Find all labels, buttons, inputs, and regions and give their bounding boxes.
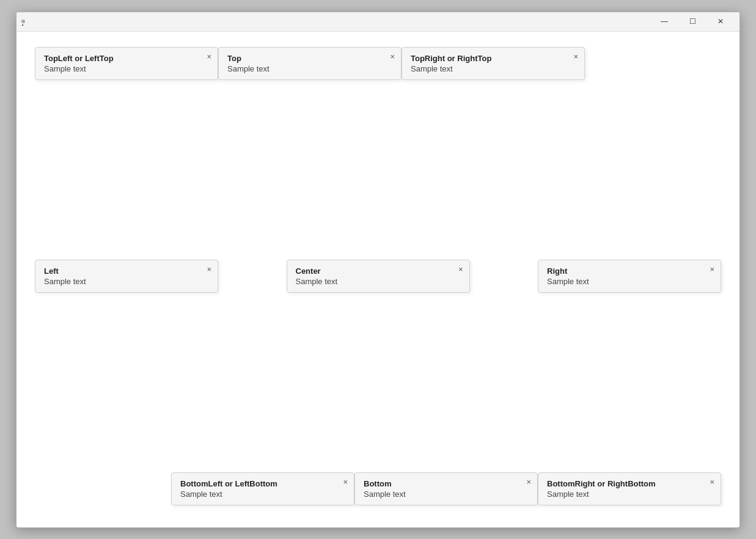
card-bottom-close[interactable]: ×	[526, 478, 531, 486]
card-center-close[interactable]: ×	[458, 265, 463, 273]
card-topleft: TopLeft or LeftTop Sample text ×	[35, 47, 218, 80]
card-bottomleft-close[interactable]: ×	[343, 478, 348, 486]
card-bottomright: BottomRight or RightBottom Sample text ×	[538, 472, 721, 505]
middle-row: Left Sample text × Center Sample text × …	[35, 211, 721, 342]
card-bottom-title: Bottom	[364, 479, 529, 488]
card-bottom-text: Sample text	[364, 490, 529, 499]
maximize-button[interactable]: ☐	[678, 12, 706, 31]
card-topleft-close[interactable]: ×	[207, 53, 211, 61]
card-top: Top Sample text ×	[218, 47, 402, 80]
card-topleft-title: TopLeft or LeftTop	[44, 54, 209, 63]
card-right-close[interactable]: ×	[710, 265, 714, 273]
card-topleft-text: Sample text	[44, 64, 209, 73]
card-top-text: Sample text	[227, 64, 392, 73]
card-center: Center Sample text ×	[287, 260, 470, 293]
card-right-text: Sample text	[547, 277, 712, 286]
card-left-text: Sample text	[44, 277, 209, 286]
main-content: TopLeft or LeftTop Sample text × Top Sam…	[17, 32, 739, 527]
card-bottomleft-title: BottomLeft or LeftBottom	[180, 479, 345, 488]
card-center-text: Sample text	[296, 277, 461, 286]
spacer-top	[35, 80, 721, 211]
card-left-close[interactable]: ×	[207, 265, 211, 273]
card-center-title: Center	[296, 266, 461, 276]
top-row: TopLeft or LeftTop Sample text × Top Sam…	[35, 47, 585, 80]
card-bottom: Bottom Sample text ×	[354, 472, 538, 505]
card-bottomleft: BottomLeft or LeftBottom Sample text ×	[171, 472, 354, 505]
card-left: Left Sample text ×	[35, 260, 218, 293]
title-bar: · — ☐ ✕	[17, 12, 739, 32]
card-topright-close[interactable]: ×	[573, 53, 578, 61]
card-right-title: Right	[547, 266, 712, 276]
card-top-close[interactable]: ×	[390, 53, 395, 61]
card-topright-text: Sample text	[411, 64, 576, 73]
card-bottomright-close[interactable]: ×	[710, 478, 714, 486]
bottom-row: BottomLeft or LeftBottom Sample text × B…	[171, 472, 721, 505]
card-top-title: Top	[227, 54, 392, 63]
card-bottomright-title: BottomRight or RightBottom	[547, 479, 712, 488]
window-controls: — ☐ ✕	[650, 12, 735, 31]
card-topright-title: TopRight or RightTop	[411, 54, 576, 63]
card-right: Right Sample text ×	[538, 260, 721, 293]
close-button[interactable]: ✕	[706, 12, 735, 31]
title-dot: ·	[21, 20, 25, 23]
card-bottomleft-text: Sample text	[180, 490, 345, 499]
spacer-bottom	[35, 342, 721, 472]
minimize-button[interactable]: —	[650, 12, 678, 31]
card-topright: TopRight or RightTop Sample text ×	[402, 47, 585, 80]
main-window: · — ☐ ✕ TopLeft or LeftTop Sample text ×…	[16, 12, 740, 528]
card-left-title: Left	[44, 266, 209, 276]
card-bottomright-text: Sample text	[547, 490, 712, 499]
